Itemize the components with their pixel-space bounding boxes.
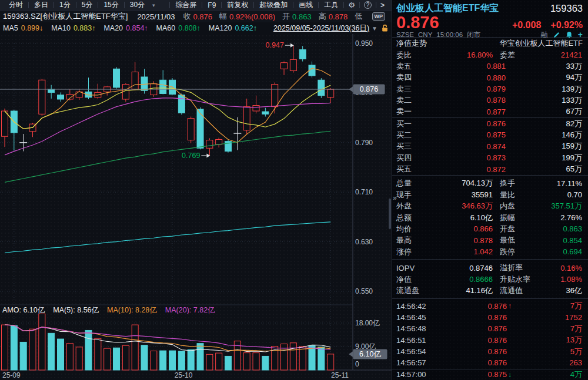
nav-row[interactable]: 净值走势 华宝创业板人工智能ETF [392, 38, 588, 49]
stat-label: 量比 [493, 190, 549, 200]
sell-level-row[interactable]: 卖五0.88133万 [392, 60, 588, 72]
stat-value: 0.694 [549, 247, 582, 256]
stat-value: 1.08% [549, 275, 582, 284]
stat-label: 均价 [396, 224, 430, 234]
stat-value: 17.11% [549, 179, 582, 188]
wp-badge-icon[interactable]: WP [372, 12, 386, 21]
stat-label: 升贴水率 [493, 274, 549, 285]
scrollbar-thumb[interactable] [389, 199, 391, 229]
kline-chart[interactable]: 0.9500.8700.7900.7100.6300.55018.00亿9.00… [0, 34, 392, 380]
date-range-link[interactable]: 2025/09/05-2025/11/03(36日) [273, 23, 369, 33]
stat-label: 振幅 [493, 213, 549, 223]
price-annotation: 0.769 [182, 152, 210, 160]
price-change-pct: +0.92% [550, 20, 583, 31]
level-price: 0.873 [430, 153, 506, 162]
tick-row: 14:56:480.8767万 [392, 323, 588, 334]
svg-text:0.769: 0.769 [182, 152, 200, 160]
stat-value: 21421 [549, 51, 582, 59]
buy-level-row[interactable]: 买四0.873199万 [392, 152, 588, 163]
ma-label: MA10 [51, 24, 71, 32]
unlock-icon[interactable] [381, 24, 389, 32]
buy-level-row[interactable]: 买二0.875146万 [392, 129, 588, 140]
chevron-right-icon[interactable]: > [376, 1, 388, 9]
toolbar-item-2[interactable]: F9 [202, 1, 221, 9]
ma-label: MA60 [156, 24, 176, 32]
stat-value: 357.51万 [549, 201, 582, 211]
period-more-caret-icon[interactable]: ▾ [150, 2, 158, 8]
sell-level-row[interactable]: 卖四0.88094万 [392, 72, 588, 83]
stock-code: 159363 [550, 3, 583, 14]
field-value: 0.876 [193, 12, 213, 21]
volume-legend-bar: AMO: 6.10亿MA(5): 8.56亿MA(10): 8.28亿MA(20… [2, 305, 215, 315]
top-toolbar: 分时多日1分5分15分30分▾综合屏F9前复权超级叠加画线工具⚙?> [0, 0, 392, 11]
buy-level-row[interactable]: 买五0.87265万 [392, 163, 588, 174]
field-value: 0.92%(0.008) [229, 12, 275, 21]
svg-text:0: 0 [355, 360, 359, 368]
stat-value: 35591 [430, 190, 493, 199]
stats-row: 现手35591量比0.70 [392, 189, 588, 200]
buy-level-row[interactable]: 买一0.87682万 [392, 118, 588, 129]
svg-text:0.947: 0.947 [266, 41, 284, 49]
chart-area: 分时多日1分5分15分30分▾综合屏F9前复权超级叠加画线工具⚙?> 15936… [0, 0, 392, 380]
stats-row: 均价0.866开盘0.863 [392, 223, 588, 234]
field-低: 低 [355, 11, 365, 22]
axis-price-tag: 0.876 [349, 85, 385, 95]
toolbar-item-1[interactable]: 综合屏 [170, 0, 202, 10]
ma-legend-items: MA50.899↓MA100.883↑MA200.854↑MA600.808↑M… [3, 24, 265, 32]
nav-trend-label[interactable]: 净值走势 [396, 38, 427, 49]
sell-level-row[interactable]: 卖二0.878133万 [392, 95, 588, 106]
tick-volume: 7万 [516, 324, 582, 334]
stat-value: 16.80% [430, 51, 493, 59]
svg-text:0.550: 0.550 [355, 287, 373, 295]
stat-label: 溢折率 [493, 263, 549, 273]
tick-price: 0.876 [435, 324, 507, 333]
gear-icon[interactable]: ⚙ [344, 1, 359, 9]
buy-level-row[interactable]: 买三0.874159万 [392, 141, 588, 152]
tab-period-3[interactable]: 1分 [54, 0, 76, 10]
y-axis-labels: 0.790 [355, 139, 373, 147]
panel-collapse-handle[interactable]: » [393, 194, 397, 202]
tab-period-6[interactable]: 30分 [125, 0, 150, 10]
toolbar-item-5[interactable]: 画线 [293, 0, 318, 10]
sell-level-row[interactable]: 卖三0.879139万 [392, 83, 588, 95]
tick-row: 14:56:420.876↑7万 [392, 301, 588, 312]
amo-item: MA(10): 8.28亿 [107, 305, 157, 315]
level-price: 0.872 [430, 165, 506, 174]
level-label: 卖五 [396, 61, 430, 72]
svg-text:0.630: 0.630 [355, 238, 373, 246]
field-label: 低 [355, 11, 362, 22]
tick-price: 0.875 [435, 370, 507, 379]
level-volume: 133万 [506, 95, 582, 106]
stat-label: 换手 [493, 178, 549, 189]
toolbar-item-6[interactable]: 工具 [319, 0, 343, 10]
chevron-down-icon[interactable]: ▼ [372, 25, 377, 32]
sell-level-row[interactable]: 卖一0.87767万 [392, 106, 588, 117]
tab-period-5[interactable]: 15分 [98, 0, 123, 10]
tick-row: 14:56:450.8761752 [392, 312, 588, 323]
ma-value: 0.854↑ [126, 24, 148, 32]
field-label: 收 [183, 11, 191, 22]
add-watchlist-icon[interactable]: + [578, 32, 583, 38]
y-axis-labels: 0.710 [355, 188, 373, 196]
level-label: 买五 [396, 164, 430, 174]
toolbar-item-4[interactable]: 超级叠加 [254, 0, 293, 10]
stat-label: 流通值 [493, 285, 549, 296]
tick-time: 14:56:57 [396, 358, 435, 367]
tick-price: 0.876 [435, 347, 507, 356]
amo-item: MA(20): 7.82亿 [165, 305, 215, 315]
level-volume: 82万 [506, 119, 582, 129]
svg-text:0.790: 0.790 [355, 139, 373, 147]
x-axis-labels: 25-09 [2, 371, 21, 379]
tick-arrow-icon: ↑ [507, 302, 516, 310]
help-icon[interactable]: ? [364, 1, 372, 9]
tab-period-1[interactable]: 分时 [4, 0, 28, 10]
stats-row: IOPV0.8746溢折率0.16% [392, 262, 588, 273]
tab-period-2[interactable]: 多日 [29, 0, 54, 10]
level-volume: 146万 [506, 130, 582, 140]
field-label: 开 [282, 11, 290, 22]
toolbar-item-3[interactable]: 前复权 [222, 0, 253, 10]
tab-period-4[interactable]: 5分 [76, 0, 98, 10]
quote-info-bar: 159363.SZ[创业板人工智能ETF华宝] 2025/11/03 收0.87… [0, 11, 392, 22]
svg-text:0.950: 0.950 [355, 39, 373, 48]
stat-value: 6.10亿 [430, 213, 493, 223]
